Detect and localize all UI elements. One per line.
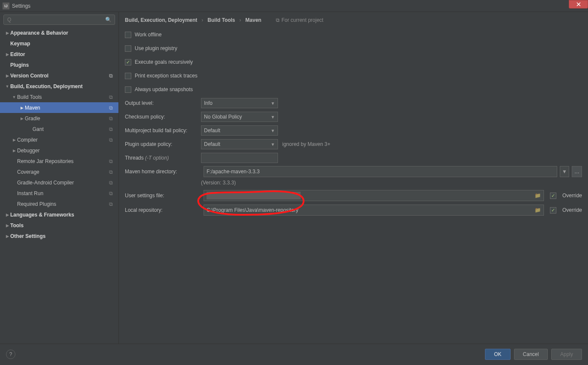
chevron-right-icon: ▶ xyxy=(11,148,17,153)
sidebar-item-label: Instant Run xyxy=(17,190,109,196)
ok-button[interactable]: OK xyxy=(485,349,510,360)
sidebar-item-other-settings[interactable]: ▶Other Settings xyxy=(0,231,118,241)
sidebar-item-compiler[interactable]: ▶Compiler⧉ xyxy=(0,134,118,145)
crumb-2[interactable]: Build Tools xyxy=(207,17,235,23)
sidebar-item-label: Other Settings xyxy=(10,233,118,239)
sidebar-item-coverage[interactable]: Coverage⧉ xyxy=(0,166,118,177)
sidebar-item-gant[interactable]: Gant⧉ xyxy=(0,124,118,134)
chevron-right-icon: ▶ xyxy=(19,106,25,110)
sidebar-item-debugger[interactable]: ▶Debugger xyxy=(0,145,118,156)
copy-icon: ⧉ xyxy=(109,201,115,207)
checkbox-plugin-registry[interactable] xyxy=(125,45,131,52)
checkbox-print-stack[interactable] xyxy=(125,73,131,79)
chevron-right-icon: ▶ xyxy=(4,213,10,217)
chevron-right-icon: ▶ xyxy=(11,138,17,142)
sidebar-item-languages-frameworks[interactable]: ▶Languages & Frameworks xyxy=(0,209,118,220)
label-always-update: Always update snapshots xyxy=(135,86,193,92)
chevron-right-icon: ▶ xyxy=(4,74,10,78)
close-button[interactable] xyxy=(569,0,588,9)
sidebar-item-label: Maven xyxy=(25,105,109,111)
combobox-checksum[interactable]: No Global Policy▼ xyxy=(201,112,278,122)
combobox-multiproject[interactable]: Default▼ xyxy=(201,125,278,136)
copy-icon: ⧉ xyxy=(276,17,280,23)
window-title: Settings xyxy=(12,3,30,9)
sidebar-item-label: Gradle xyxy=(25,116,109,122)
sidebar-item-appearance-behavior[interactable]: ▶Appearance & Behavior xyxy=(0,27,118,38)
titlebar: IJ Settings xyxy=(0,0,588,12)
copy-icon: ⧉ xyxy=(109,73,115,79)
chevron-right-icon: › xyxy=(239,17,241,23)
combobox-plugin-update[interactable]: Default▼ xyxy=(201,139,278,149)
input-local-repo[interactable]: C:\Program Files\Java\maven-repository 📁 xyxy=(204,205,544,216)
copy-icon: ⧉ xyxy=(109,190,115,196)
checkbox-work-offline[interactable] xyxy=(125,32,131,38)
crumb-1[interactable]: Build, Execution, Deployment xyxy=(125,17,197,23)
folder-icon[interactable]: 📁 xyxy=(535,193,541,199)
sidebar-item-label: Gant xyxy=(33,126,109,132)
chevron-down-icon: ▼ xyxy=(4,84,10,89)
sidebar-item-label: Required Plugins xyxy=(17,201,109,207)
copy-icon: ⧉ xyxy=(109,137,115,143)
chevron-down-icon: ▼ xyxy=(271,115,275,119)
label-maven-home: Maven home directory: xyxy=(125,169,201,175)
sidebar-item-editor[interactable]: ▶Editor xyxy=(0,49,118,59)
maven-home-dropdown[interactable]: ▼ xyxy=(560,166,569,177)
sidebar-item-label: Compiler xyxy=(17,137,109,143)
cancel-button[interactable]: Cancel xyxy=(514,349,548,360)
sidebar-item-build-execution-deployment[interactable]: ▼Build, Execution, Deployment xyxy=(0,81,118,92)
sidebar-item-gradle[interactable]: ▶Gradle⧉ xyxy=(0,113,118,124)
sidebar-item-label: Keymap xyxy=(10,41,118,47)
sidebar-item-tools[interactable]: ▶Tools xyxy=(0,220,118,231)
sidebar-item-label: Languages & Frameworks xyxy=(10,212,118,218)
crumb-3[interactable]: Maven xyxy=(245,17,261,23)
sidebar-item-maven[interactable]: ▶Maven⧉ xyxy=(0,102,118,113)
input-threads[interactable] xyxy=(201,153,278,163)
sidebar-item-label: Appearance & Behavior xyxy=(10,30,118,36)
combobox-output-level[interactable]: Info▼ xyxy=(201,98,278,108)
chevron-right-icon: ▶ xyxy=(4,31,10,35)
sidebar-item-label: Build, Execution, Deployment xyxy=(10,83,118,89)
maven-home-browse[interactable]: … xyxy=(572,166,582,177)
sidebar: 🔍 ▶Appearance & BehaviorKeymap▶EditorPlu… xyxy=(0,12,119,344)
ellipsis-icon: … xyxy=(574,169,579,175)
sidebar-item-label: Build Tools xyxy=(17,94,109,100)
sidebar-item-keymap[interactable]: Keymap xyxy=(0,38,118,49)
copy-icon: ⧉ xyxy=(109,116,115,122)
label-local-repo: Local repository: xyxy=(125,207,201,213)
checkbox-override-settings[interactable] xyxy=(550,193,556,199)
help-button[interactable]: ? xyxy=(6,350,15,359)
help-icon: ? xyxy=(9,351,12,357)
sidebar-item-label: Remote Jar Repositories xyxy=(17,158,109,164)
input-maven-home[interactable]: F:/apache-maven-3.3.3 xyxy=(204,166,557,177)
label-print-stack: Print exception stack traces xyxy=(135,73,198,79)
sidebar-item-gradle-android-compiler[interactable]: Gradle-Android Compiler⧉ xyxy=(0,177,118,188)
sidebar-item-label: Debugger xyxy=(17,148,118,154)
chevron-down-icon: ▼ xyxy=(562,169,567,175)
label-checksum: Checksum policy: xyxy=(125,114,201,120)
sidebar-item-label: Plugins xyxy=(10,62,118,68)
folder-icon[interactable]: 📁 xyxy=(535,207,541,213)
sidebar-item-label: Version Control xyxy=(10,73,109,79)
chevron-right-icon: ▶ xyxy=(4,52,10,56)
sidebar-item-required-plugins[interactable]: Required Plugins⧉ xyxy=(0,199,118,209)
sidebar-item-version-control[interactable]: ▶Version Control⧉ xyxy=(0,70,118,81)
sidebar-item-label: Gradle-Android Compiler xyxy=(17,180,109,186)
chevron-right-icon: ▶ xyxy=(19,116,25,121)
checkbox-always-update[interactable] xyxy=(125,86,131,93)
copy-icon: ⧉ xyxy=(109,180,115,186)
search-input[interactable] xyxy=(3,15,115,25)
sidebar-item-build-tools[interactable]: ▼Build Tools⧉ xyxy=(0,92,118,102)
input-user-settings[interactable]: 📁 xyxy=(204,190,544,201)
checkbox-override-repo[interactable] xyxy=(550,207,556,214)
chevron-down-icon: ▼ xyxy=(271,142,275,147)
apply-button[interactable]: Apply xyxy=(551,349,582,360)
chevron-right-icon: ▶ xyxy=(4,234,10,238)
sidebar-item-plugins[interactable]: Plugins xyxy=(0,59,118,70)
sidebar-item-instant-run[interactable]: Instant Run⧉ xyxy=(0,188,118,199)
close-icon xyxy=(576,2,581,6)
settings-tree: ▶Appearance & BehaviorKeymap▶EditorPlugi… xyxy=(0,27,118,344)
checkbox-execute-goals[interactable] xyxy=(125,59,131,65)
obscured-path xyxy=(207,192,301,199)
plugin-update-note: ignored by Maven 3+ xyxy=(282,141,330,147)
sidebar-item-remote-jar-repositories[interactable]: Remote Jar Repositories⧉ xyxy=(0,156,118,166)
